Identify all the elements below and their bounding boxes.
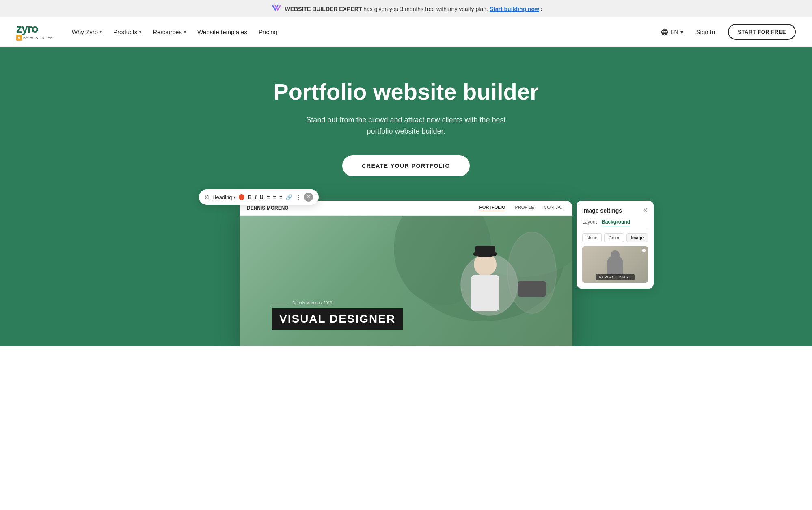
- svg-point-13: [508, 232, 556, 313]
- start-free-button[interactable]: START FOR FREE: [728, 24, 796, 40]
- lang-selector[interactable]: EN ▾: [661, 28, 683, 36]
- underline-icon[interactable]: U: [259, 194, 263, 200]
- announcement-arrow: ›: [541, 6, 543, 12]
- nav-resources-chevron: ▾: [184, 30, 186, 34]
- nav-resources-label: Resources: [153, 28, 182, 35]
- panel-tab-layout[interactable]: Layout: [582, 219, 597, 226]
- nav-pricing-label: Pricing: [259, 28, 277, 35]
- lang-label: EN: [670, 29, 678, 35]
- align-left-icon[interactable]: ≡: [267, 194, 270, 200]
- second-chair: [491, 216, 572, 338]
- thumbnail-dot: [642, 249, 646, 252]
- browser-mockup: XL Heading ▾ B I U ≡ ≡ ≡ 🔗 ⋮ ✕ Image set…: [240, 201, 572, 346]
- create-portfolio-button[interactable]: CREATE YOUR PORTFOLIO: [342, 155, 470, 176]
- nav-left: zyro H BY HOSTINGER Why Zyro ▾ Products …: [16, 23, 281, 41]
- image-text-overlay: Dennis Moreno / 2019 VISUAL DESIGNER: [272, 301, 403, 330]
- image-settings-panel: Image settings ✕ Layout Background None …: [577, 201, 654, 289]
- align-right-icon[interactable]: ≡: [279, 194, 283, 200]
- toolbar-close-button[interactable]: ✕: [304, 193, 313, 202]
- nav-logo[interactable]: zyro H BY HOSTINGER: [16, 23, 53, 41]
- main-nav: zyro H BY HOSTINGER Why Zyro ▾ Products …: [0, 17, 812, 47]
- more-options-icon[interactable]: ⋮: [296, 194, 301, 200]
- nav-products-chevron: ▾: [139, 30, 141, 34]
- panel-tabs: Layout Background: [582, 219, 648, 229]
- bold-icon[interactable]: B: [248, 194, 251, 200]
- align-center-icon[interactable]: ≡: [273, 194, 276, 200]
- heading-type-dropdown[interactable]: XL Heading ▾: [205, 194, 235, 200]
- text-editing-toolbar: XL Heading ▾ B I U ≡ ≡ ≡ 🔗 ⋮ ✕: [199, 189, 319, 205]
- announcement-cta[interactable]: Start building now: [490, 6, 539, 12]
- italic-icon[interactable]: I: [255, 194, 257, 200]
- visual-designer-label: VISUAL DESIGNER: [272, 308, 403, 330]
- nav-links: Why Zyro ▾ Products ▾ Resources ▾ Websit…: [68, 26, 281, 38]
- panel-tab-background[interactable]: Background: [602, 219, 630, 226]
- browser-inner: DENNIS MORENO PORTFOLIO PROFILE CONTACT: [240, 201, 572, 346]
- panel-close-button[interactable]: ✕: [643, 206, 648, 214]
- nav-website-templates-label: Website templates: [197, 28, 247, 35]
- nav-resources[interactable]: Resources ▾: [149, 26, 190, 38]
- replace-image-label[interactable]: REPLACE IMAGE: [596, 274, 635, 280]
- lang-chevron: ▾: [680, 29, 683, 35]
- nav-why-zyro[interactable]: Why Zyro ▾: [68, 26, 106, 38]
- nav-products-label: Products: [113, 28, 137, 35]
- logo-text: zyro: [16, 23, 53, 35]
- announcement-text: WEBSITE BUILDER EXPERT has given you 3 m…: [285, 6, 543, 12]
- nav-why-zyro-label: Why Zyro: [72, 28, 98, 35]
- nav-products[interactable]: Products ▾: [109, 26, 145, 38]
- sign-in-button[interactable]: Sign In: [691, 26, 720, 38]
- announcement-bar: WEBSITE BUILDER EXPERT has given you 3 m…: [0, 0, 812, 17]
- color-dot[interactable]: [239, 194, 244, 200]
- globe-icon: [661, 28, 668, 36]
- preview-image: Dennis Moreno / 2019 VISUAL DESIGNER: [240, 216, 572, 346]
- nav-website-templates[interactable]: Website templates: [193, 26, 251, 38]
- logo-sub: H BY HOSTINGER: [16, 35, 53, 41]
- panel-option-color[interactable]: Color: [604, 233, 624, 242]
- announcement-brand: WEBSITE BUILDER EXPERT: [285, 6, 362, 12]
- site-name: DENNIS MORENO: [247, 205, 289, 211]
- author-line: Dennis Moreno / 2019: [272, 301, 403, 305]
- panel-header: Image settings ✕: [582, 206, 648, 214]
- site-nav-contact[interactable]: CONTACT: [544, 205, 565, 211]
- website-preview: Dennis Moreno / 2019 VISUAL DESIGNER: [240, 216, 572, 346]
- logo-sub-text: BY HOSTINGER: [23, 36, 53, 40]
- person-silhouette: [607, 255, 623, 276]
- hero-title: Portfolio website builder: [273, 79, 538, 104]
- heading-type-chevron: ▾: [233, 195, 235, 200]
- panel-title: Image settings: [582, 207, 622, 214]
- hero-subtitle: Stand out from the crowd and attract new…: [300, 114, 512, 138]
- panel-options: None Color Image: [582, 233, 648, 242]
- hero-section: Portfolio website builder Stand out from…: [0, 47, 812, 346]
- announcement-logo-icon: [270, 4, 281, 13]
- panel-image-thumbnail: REPLACE IMAGE: [582, 246, 648, 283]
- nav-pricing[interactable]: Pricing: [255, 26, 281, 38]
- heading-type-label: XL Heading: [205, 194, 232, 200]
- panel-option-none[interactable]: None: [582, 233, 602, 242]
- nav-right: EN ▾ Sign In START FOR FREE: [661, 24, 796, 40]
- announcement-body: has given you 3 months free with any yea…: [362, 6, 488, 12]
- hostinger-h-icon: H: [16, 35, 22, 41]
- panel-option-image[interactable]: Image: [626, 233, 648, 242]
- svg-rect-14: [518, 281, 546, 297]
- second-chair-svg: [501, 216, 562, 330]
- nav-why-zyro-chevron: ▾: [100, 30, 102, 34]
- site-nav-items: PORTFOLIO PROFILE CONTACT: [479, 205, 565, 211]
- site-nav-portfolio[interactable]: PORTFOLIO: [479, 205, 505, 211]
- site-nav-profile[interactable]: PROFILE: [515, 205, 534, 211]
- author-text: Dennis Moreno / 2019: [292, 301, 332, 305]
- link-icon[interactable]: 🔗: [286, 194, 292, 200]
